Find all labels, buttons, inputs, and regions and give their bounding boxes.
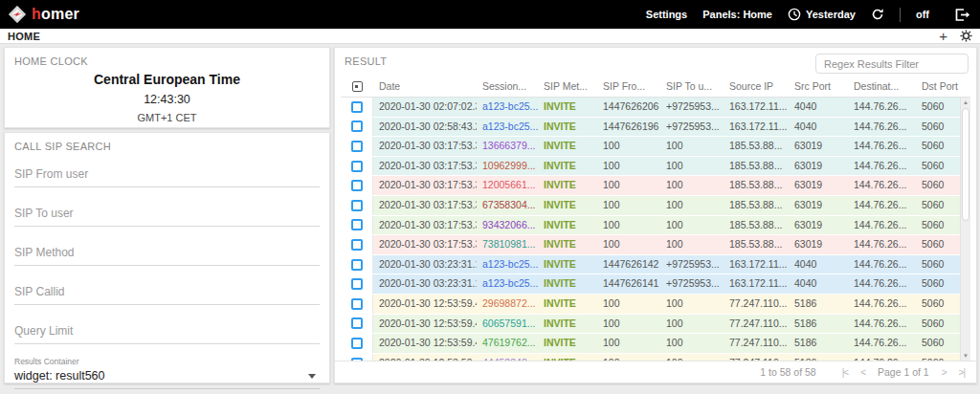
row-checkbox[interactable]: [351, 161, 363, 172]
refresh-button[interactable]: [871, 8, 884, 21]
table-row[interactable]: 2020-01-30 12:53:59.46844452848...INVITE…: [341, 354, 964, 361]
results-container-select[interactable]: widget: result560: [14, 366, 320, 389]
add-widget-icon[interactable]: +: [939, 30, 947, 43]
row-checkbox-cell: [341, 235, 373, 254]
cell-sip_to: +9725953...: [660, 274, 724, 294]
cell-session: 60657591...: [477, 315, 538, 334]
column-header-dest_ip[interactable]: Destinat...: [848, 77, 916, 97]
cell-session: 47619762...: [477, 334, 538, 353]
homer-app: homer Settings Panels: Home Yesterday: [0, 0, 980, 394]
cell-dest_ip: 144.76.26...: [848, 255, 916, 274]
table-row[interactable]: 2020-01-30 03:17:53.36113666379...INVITE…: [341, 137, 964, 157]
settings-button[interactable]: Settings: [646, 9, 687, 20]
cell-date: 2020-01-30 03:17:53.382: [373, 176, 477, 195]
prev-page-button[interactable]: <: [860, 367, 865, 378]
sip-callid-input[interactable]: [14, 282, 320, 305]
cell-source_ip: 185.53.88...: [724, 176, 789, 195]
next-page-button[interactable]: >: [942, 367, 947, 378]
cell-sip_to: +9725953...: [660, 255, 724, 274]
query-limit-input[interactable]: [14, 321, 320, 344]
table-row[interactable]: 2020-01-30 03:17:53.38212005661...INVITE…: [341, 176, 964, 196]
cell-source_ip: 77.247.110...: [724, 334, 789, 353]
sip-from-user-input[interactable]: [14, 164, 320, 187]
row-checkbox[interactable]: [351, 338, 363, 349]
cell-session: 29698872...: [477, 295, 538, 314]
cell-sip_to: 100: [660, 137, 724, 156]
cell-dest_ip: 144.76.26...: [848, 235, 916, 254]
row-checkbox[interactable]: [351, 239, 363, 251]
scrollbar-thumb[interactable]: [962, 108, 969, 221]
table-row[interactable]: 2020-01-30 12:53:59.44060657591...INVITE…: [341, 315, 964, 335]
column-header-sip_to[interactable]: SIP To u...: [660, 77, 724, 97]
table-row[interactable]: 2020-01-30 02:07:02.325a123-bc25...INVIT…: [341, 98, 964, 118]
first-page-button[interactable]: |<: [842, 367, 848, 378]
brand-name: homer: [32, 6, 79, 23]
column-header-dst_port[interactable]: Dst Port: [916, 77, 964, 97]
row-checkbox[interactable]: [351, 180, 363, 191]
panels-button[interactable]: Panels: Home: [702, 9, 772, 20]
table-row[interactable]: 2020-01-30 12:53:59.43929698872...INVITE…: [341, 295, 964, 315]
clock-icon: [788, 8, 801, 21]
column-header-date[interactable]: Date: [373, 77, 477, 97]
table-row[interactable]: 2020-01-30 03:23:31.191a123-bc25...INVIT…: [341, 274, 964, 295]
table-row[interactable]: 2020-01-30 03:17:53.36110962999...INVITE…: [341, 157, 964, 177]
cell-dest_ip: 144.76.26...: [848, 157, 916, 176]
cell-source_ip: 77.247.110...: [724, 315, 789, 334]
cell-src_port: 4040: [789, 274, 848, 294]
logout-icon[interactable]: [954, 8, 970, 22]
table-row[interactable]: 2020-01-30 03:17:53.38493432066...INVITE…: [341, 216, 964, 236]
cell-session: 10962999...: [477, 157, 538, 176]
table-scrollbar[interactable]: ▲ ▼: [960, 98, 970, 361]
row-checkbox[interactable]: [351, 141, 363, 152]
scroll-up-icon[interactable]: ▲: [961, 98, 970, 107]
cell-sip_from: 100: [597, 295, 660, 314]
scroll-down-icon[interactable]: ▼: [961, 351, 970, 361]
sip-method-input[interactable]: [14, 243, 320, 266]
row-checkbox[interactable]: [351, 298, 363, 310]
column-header-session[interactable]: Session...: [477, 77, 538, 97]
table-row[interactable]: 2020-01-30 03:23:31.191a123-bc25...INVIT…: [341, 255, 964, 275]
tabbar: HOME +: [0, 29, 980, 44]
regex-filter-input[interactable]: [815, 54, 969, 74]
row-checkbox[interactable]: [351, 259, 363, 271]
time-range-button[interactable]: Yesterday: [788, 8, 856, 21]
tab-home[interactable]: HOME: [8, 31, 40, 42]
cell-dst_port: 5060: [916, 274, 964, 294]
cell-method: INVITE: [538, 137, 597, 156]
column-header-method[interactable]: SIP Met...: [538, 77, 597, 97]
cell-sip_from: 1447626142: [597, 255, 660, 274]
select-all-cell[interactable]: [341, 77, 373, 97]
auto-refresh-toggle[interactable]: off: [916, 9, 929, 20]
cell-method: INVITE: [538, 354, 597, 361]
column-header-sip_from[interactable]: SIP Fro...: [597, 77, 660, 97]
column-header-source_ip[interactable]: Source IP: [724, 77, 789, 97]
row-checkbox[interactable]: [351, 317, 363, 329]
column-header-src_port[interactable]: Src Port: [789, 77, 848, 97]
cell-src_port: 63019: [789, 176, 848, 195]
results-container-label: Results Container: [14, 357, 320, 366]
sip-to-user-input[interactable]: [14, 204, 320, 227]
cell-sip_to: 100: [660, 315, 724, 334]
row-checkbox[interactable]: [351, 278, 363, 290]
table-header: DateSession...SIP Met...SIP Fro...SIP To…: [341, 77, 970, 98]
row-checkbox[interactable]: [351, 219, 363, 230]
cell-source_ip: 185.53.88...: [724, 196, 789, 215]
table-row[interactable]: 2020-01-30 12:53:59.46747619762...INVITE…: [341, 334, 964, 354]
cell-dst_port: 5060: [916, 137, 964, 156]
table-row[interactable]: 2020-01-30 03:17:53.39173810981...INVITE…: [341, 235, 964, 255]
table-row[interactable]: 2020-01-30 02:58:43.247a123-bc25...INVIT…: [341, 118, 964, 138]
row-checkbox[interactable]: [351, 120, 363, 132]
cell-dst_port: 5060: [916, 98, 964, 117]
cell-method: INVITE: [538, 196, 597, 215]
brand[interactable]: homer: [8, 5, 79, 24]
last-page-button[interactable]: >|: [959, 367, 965, 378]
row-range-label: 1 to 58 of 58: [760, 366, 815, 378]
table-row[interactable]: 2020-01-30 03:17:53.38267358304...INVITE…: [341, 196, 964, 216]
cell-date: 2020-01-30 03:17:53.391: [373, 235, 477, 254]
cell-date: 2020-01-30 12:53:59.467: [373, 334, 477, 353]
cell-src_port: 63019: [789, 216, 848, 235]
row-checkbox[interactable]: [351, 200, 363, 211]
row-checkbox[interactable]: [351, 101, 363, 113]
row-checkbox[interactable]: [351, 358, 363, 361]
dashboard-settings-gear-icon[interactable]: [960, 30, 972, 42]
